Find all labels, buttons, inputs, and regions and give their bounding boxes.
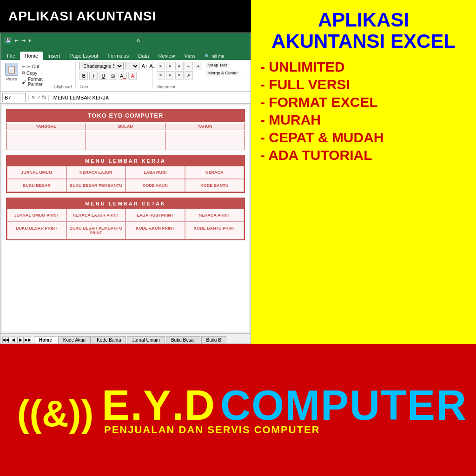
align-top-center-button[interactable]: ≡ — [166, 62, 174, 70]
menu-item-kode-bantu-print[interactable]: KODE BANTU PRINT — [185, 222, 245, 239]
wrap-text-button[interactable]: Wrap Text — [206, 62, 229, 68]
format-painter-icon: 🖌 — [22, 79, 26, 85]
tab-formulas[interactable]: Formulas — [103, 52, 133, 60]
save-icon: 💾 — [4, 37, 12, 44]
font-grow-icon[interactable]: A↑ — [141, 63, 147, 69]
font-size-select[interactable]: 22 — [126, 62, 139, 70]
formula-insert-icon[interactable]: fx — [42, 94, 46, 100]
feature-item-0: - UNLIMITED — [260, 59, 467, 75]
logo-d: D — [185, 384, 216, 426]
sheet-tab-buku-besar[interactable]: Buku Besar — [166, 336, 200, 344]
tab-review[interactable]: Review — [153, 52, 179, 60]
feature-item-3: - MURAH — [260, 112, 467, 128]
tab-insert[interactable]: Insert — [43, 52, 65, 60]
redo-icon[interactable]: ↪ — [21, 38, 26, 44]
align-top-right-button[interactable]: ≡ — [175, 62, 184, 70]
menu-item-jurnal-umum-print[interactable]: JURNAL UMUM PRINT — [7, 209, 66, 222]
sheet-content: TOKO EYD COMPUTER TANGGAL BULAN TAHUN — [2, 106, 249, 331]
tab-home[interactable]: Home — [20, 52, 43, 60]
tab-file[interactable]: File — [2, 52, 20, 60]
font-shrink-icon[interactable]: A↓ — [149, 63, 155, 69]
menu-item-neraca-print[interactable]: NERACA PRINT — [185, 209, 245, 222]
tab-nav-prev[interactable]: ◀ — [10, 337, 16, 343]
date-header-row: TANGGAL BULAN TAHUN — [6, 123, 245, 130]
date-cell-tahun: TAHUN — [165, 123, 245, 130]
font-color-button[interactable]: A — [128, 72, 137, 80]
alignment-group: ≡ ≡ ≡ ⇤ ⇥ ≡ ≡ ≡ ↗ Alignment — [157, 62, 202, 89]
format-painter-item[interactable]: 🖌 Format Painter — [22, 77, 52, 87]
formula-icons: ✕ ✓ fx — [31, 94, 46, 100]
spreadsheet: TOKO EYD COMPUTER TANGGAL BULAN TAHUN — [0, 104, 251, 344]
formula-confirm-icon[interactable]: ✓ — [37, 94, 41, 100]
text-orient-button[interactable]: ↗ — [185, 71, 193, 79]
cut-item[interactable]: ✂ ✂ Cut — [22, 64, 52, 69]
paste-button[interactable]: 📋 Paste — [3, 62, 20, 89]
indent-right-button[interactable]: ⇥ — [194, 62, 202, 70]
logo-dot2: . — [172, 384, 185, 426]
align-row1: ≡ ≡ ≡ ⇤ ⇥ — [157, 62, 202, 70]
font-name-select[interactable]: Charlemagne Std — [79, 62, 124, 70]
right-title: APLIKASI AKUNTANSI EXCEL — [260, 9, 467, 52]
bottom-banner: ((&)) E . Y . D COMPUTER PENJUALAN DAN S… — [0, 344, 476, 476]
tab-tell-me[interactable]: 🔍 Tell me — [200, 53, 229, 60]
menu-cetak-section: MENU LEMBAR CETAK JURNAL UMUM PRINT NERA… — [6, 198, 245, 240]
sheet-tab-kode-akun[interactable]: Kode Akun — [58, 336, 91, 344]
align-bottom-right-button[interactable]: ≡ — [175, 71, 184, 79]
menu-item-neraca-lajur[interactable]: NERACA LAJUR — [66, 166, 126, 179]
sheet-tab-buku-b[interactable]: Buku B — [201, 336, 226, 344]
tab-nav-last[interactable]: ▶▶ — [25, 337, 31, 343]
tab-view[interactable]: View — [180, 52, 200, 60]
customize-icon[interactable]: ▾ — [28, 38, 31, 44]
indent-left-button[interactable]: ⇤ — [185, 62, 193, 70]
sheet-tab-jurnal-umum[interactable]: Jurnal Umum — [127, 336, 165, 344]
align-row2: ≡ ≡ ≡ ↗ — [157, 71, 193, 79]
sheet-tabs: ◀◀ ◀ ▶ ▶▶ Home Kode Akun Kode Bantu Jurn… — [0, 333, 251, 344]
undo-icon[interactable]: ↩ — [14, 38, 19, 44]
bold-button[interactable]: B — [79, 72, 88, 80]
formula-cancel-icon[interactable]: ✕ — [31, 94, 35, 100]
font-group-label: Font — [79, 85, 88, 89]
tab-page-layout[interactable]: Page Layout — [65, 52, 103, 60]
italic-button[interactable]: I — [89, 72, 98, 80]
sheet-tab-kode-bantu[interactable]: Kode Bantu — [92, 336, 126, 344]
menu-item-laba-rugi-print[interactable]: LABA RUGI PRINT — [126, 209, 185, 222]
menu-item-kode-bantu[interactable]: KODE BANTU — [185, 179, 245, 192]
paste-icon: 📋 — [5, 63, 18, 76]
tab-data[interactable]: Data — [133, 52, 153, 60]
logo-main-row: E . Y . D COMPUTER — [102, 384, 467, 426]
wrap-merge-group: Wrap Text Merge & Center — [206, 62, 248, 89]
copy-item[interactable]: ⧉ Copy — [22, 70, 52, 76]
menu-item-buku-besar-pembantu[interactable]: BUKU BESAR PEMBANTU — [66, 179, 126, 192]
sheet-tab-home[interactable]: Home — [34, 336, 57, 344]
merge-center-button[interactable]: Merge & Center — [206, 70, 240, 76]
font-group: Charlemagne Std 22 A↑ A↓ B I U ⊞ A_ — [79, 62, 152, 89]
menu-item-buku-besar[interactable]: BUKU BESAR — [7, 179, 66, 192]
menu-item-laba-rugi[interactable]: LABA RUGI — [126, 166, 185, 179]
logo-y: Y — [143, 384, 172, 426]
menu-item-kode-akun-print[interactable]: KODE AKUN PRINT — [126, 222, 185, 239]
date-cell-tanggal: TANGGAL — [7, 123, 86, 130]
menu-kerja-section: MENU LEMBAR KERJA JURNAL UMUM NERACA LAJ… — [6, 155, 245, 193]
menu-item-neraca-lajur-print[interactable]: NERACA LAJUR PRINT — [66, 209, 126, 222]
logo-computer: COMPUTER — [220, 384, 467, 426]
feature-item-2: - FORMAT EXCEL — [260, 94, 467, 111]
clipboard-label: Clipboard — [54, 62, 72, 89]
tab-nav-first[interactable]: ◀◀ — [2, 337, 9, 343]
align-bottom-left-button[interactable]: ≡ — [157, 71, 165, 79]
tab-nav-next[interactable]: ▶ — [17, 337, 24, 343]
cell-reference-input[interactable] — [2, 93, 26, 102]
fill-color-button[interactable]: A_ — [119, 72, 127, 80]
menu-item-buku-besar-print[interactable]: BUKU BESAR PRINT — [7, 222, 66, 239]
border-button[interactable]: ⊞ — [109, 72, 117, 80]
menu-kerja-title: MENU LEMBAR KERJA — [7, 156, 244, 166]
menu-item-neraca[interactable]: NERACA — [185, 166, 245, 179]
sheet-main-title: TOKO EYD COMPUTER — [6, 109, 245, 122]
align-bottom-center-button[interactable]: ≡ — [166, 71, 174, 79]
menu-item-jurnal-umum[interactable]: JURNAL UMUM — [7, 166, 66, 179]
excel-window: 💾 ↩ ↪ ▾ A... File Home Insert Page Layou… — [0, 33, 251, 344]
date-value-bulan — [86, 131, 165, 150]
menu-item-kode-akun[interactable]: KODE AKUN — [126, 179, 185, 192]
underline-button[interactable]: U — [99, 72, 107, 80]
menu-item-buku-besar-pembantu-print[interactable]: BUKU BESAR PEMBANTU PRINT — [66, 222, 126, 239]
align-top-left-button[interactable]: ≡ — [157, 62, 165, 70]
